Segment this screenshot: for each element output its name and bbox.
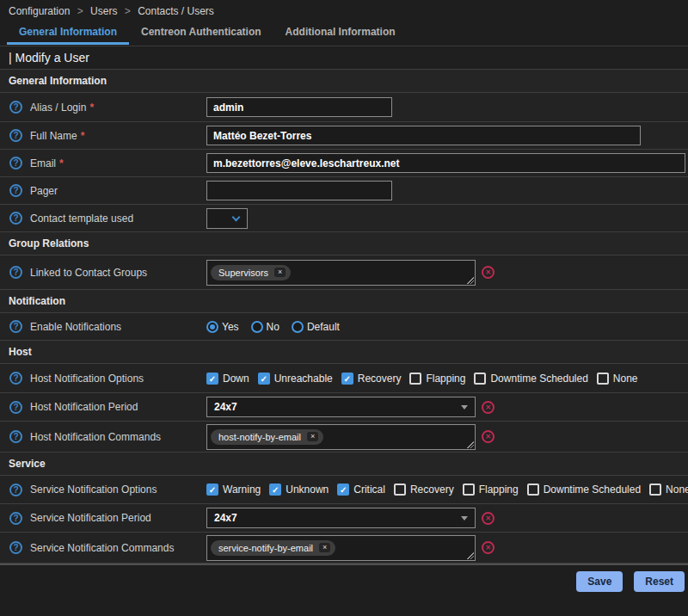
checkbox-option-downtime-scheduled[interactable]: Downtime Scheduled: [527, 484, 641, 496]
breadcrumb: Configuration > Users > Contacts / Users: [0, 0, 688, 21]
clear-field-icon[interactable]: [482, 266, 494, 279]
alias-login-input[interactable]: [206, 97, 392, 117]
contact-edit-page: Configuration > Users > Contacts / Users…: [0, 0, 688, 616]
checkbox-none-icon: [649, 484, 661, 496]
checkbox-option-critical[interactable]: Critical: [337, 484, 385, 496]
checkbox-option-unreachable[interactable]: Unreachable: [258, 373, 333, 385]
radio-option-default[interactable]: Default: [292, 321, 340, 333]
radio-label: No: [267, 321, 280, 333]
resize-handle[interactable]: [466, 551, 474, 559]
clear-field-icon[interactable]: [482, 541, 494, 554]
contact-template-select[interactable]: [206, 208, 248, 229]
clear-field-icon[interactable]: [482, 512, 494, 525]
field-row-contact-groups: Linked to Contact Groups Supervisors ×: [0, 256, 688, 290]
tab-additional-information[interactable]: Additional Information: [273, 21, 408, 42]
checkbox-label: Unknown: [286, 484, 329, 496]
checkbox-option-unknown[interactable]: Unknown: [269, 484, 329, 496]
checkbox-option-warning[interactable]: Warning: [206, 484, 261, 496]
required-marker: *: [59, 157, 64, 169]
checkbox-down-icon: [206, 373, 218, 385]
chip-remove-icon[interactable]: ×: [319, 543, 330, 552]
resize-handle[interactable]: [466, 440, 474, 448]
checkbox-option-none[interactable]: None: [649, 484, 688, 496]
host-notification-period-select[interactable]: 24x7: [206, 397, 476, 417]
help-icon[interactable]: [9, 541, 22, 554]
field-row-pager: Pager: [0, 177, 688, 205]
radio-no-icon: [251, 321, 263, 333]
checkbox-label: Critical: [353, 484, 385, 496]
field-row-host-commands: Host Notification Commands host-notify-b…: [0, 422, 688, 453]
help-icon[interactable]: [9, 320, 22, 333]
field-label-host-options: Host Notification Options: [30, 373, 144, 385]
pager-input[interactable]: [206, 181, 392, 200]
checkbox-option-recovery[interactable]: Recovery: [341, 373, 402, 385]
breadcrumb-contacts-users[interactable]: Contacts / Users: [138, 5, 214, 17]
checkbox-label: Down: [223, 373, 249, 385]
help-icon[interactable]: [9, 266, 22, 279]
radio-option-yes[interactable]: Yes: [206, 321, 239, 333]
help-icon[interactable]: [9, 484, 22, 496]
help-icon[interactable]: [9, 401, 22, 414]
field-row-email: Email *: [0, 150, 688, 177]
tab-general-information[interactable]: General Information: [7, 21, 129, 45]
reset-button[interactable]: Reset: [634, 571, 685, 592]
help-icon[interactable]: [9, 512, 22, 525]
checkbox-option-flapping[interactable]: Flapping: [463, 484, 519, 496]
form-footer: Save Reset: [0, 564, 688, 616]
dropdown-caret-icon: [461, 405, 468, 410]
checkbox-label: Warning: [223, 484, 261, 496]
email-input[interactable]: [206, 153, 685, 173]
field-label-service-commands: Service Notification Commands: [30, 542, 174, 554]
chip-remove-icon[interactable]: ×: [307, 432, 318, 441]
section-general-information: General Information: [0, 70, 688, 93]
checkbox-label: None: [613, 373, 638, 385]
full-name-input[interactable]: [206, 126, 641, 145]
breadcrumb-users[interactable]: Users: [90, 5, 117, 17]
required-marker: *: [89, 102, 94, 114]
checkbox-critical-icon: [337, 484, 349, 496]
save-button[interactable]: Save: [576, 571, 623, 592]
checkbox-downtime-scheduled-icon: [474, 373, 486, 385]
checkbox-unreachable-icon: [258, 373, 270, 385]
help-icon[interactable]: [9, 184, 22, 197]
breadcrumb-configuration[interactable]: Configuration: [9, 5, 70, 17]
radio-default-icon: [292, 321, 304, 333]
checkbox-option-down[interactable]: Down: [206, 373, 249, 385]
contact-groups-multiselect[interactable]: Supervisors ×: [206, 260, 476, 286]
service-notification-period-select[interactable]: 24x7: [206, 508, 476, 528]
tab-centreon-authentication[interactable]: Centreon Authentication: [129, 21, 273, 42]
field-label-pager: Pager: [30, 185, 58, 197]
breadcrumb-separator: >: [125, 5, 131, 17]
checkbox-label: Recovery: [358, 373, 402, 385]
checkbox-option-recovery[interactable]: Recovery: [394, 484, 454, 496]
checkbox-unknown-icon: [269, 484, 281, 496]
section-notification: Notification: [0, 290, 688, 313]
radio-option-no[interactable]: No: [251, 321, 280, 333]
breadcrumb-separator: >: [77, 5, 83, 17]
host-commands-multiselect[interactable]: host-notify-by-email ×: [206, 424, 476, 450]
checkbox-option-none[interactable]: None: [597, 373, 638, 385]
service-commands-multiselect[interactable]: service-notify-by-email ×: [206, 535, 476, 561]
chevron-down-icon: [232, 213, 241, 221]
checkbox-option-flapping[interactable]: Flapping: [409, 373, 465, 385]
section-service: Service: [0, 453, 688, 476]
checkbox-downtime-scheduled-icon: [527, 484, 539, 496]
resize-handle[interactable]: [466, 276, 474, 284]
clear-field-icon[interactable]: [482, 401, 494, 414]
clear-field-icon[interactable]: [482, 430, 494, 443]
field-label-alias: Alias / Login: [30, 102, 86, 114]
help-icon[interactable]: [9, 101, 22, 114]
service-period-value: 24x7: [207, 512, 237, 524]
help-icon[interactable]: [9, 129, 22, 142]
chip-label: host-notify-by-email: [218, 432, 301, 442]
section-host: Host: [0, 341, 688, 364]
field-row-fullname: Full Name *: [0, 122, 688, 150]
chip-remove-icon[interactable]: ×: [274, 268, 286, 277]
help-icon[interactable]: [9, 157, 22, 169]
checkbox-recovery-icon: [341, 373, 353, 385]
help-icon[interactable]: [9, 372, 22, 385]
help-icon[interactable]: [9, 212, 22, 225]
help-icon[interactable]: [9, 430, 22, 443]
checkbox-option-downtime-scheduled[interactable]: Downtime Scheduled: [474, 373, 587, 385]
chip-label: Supervisors: [218, 268, 268, 278]
